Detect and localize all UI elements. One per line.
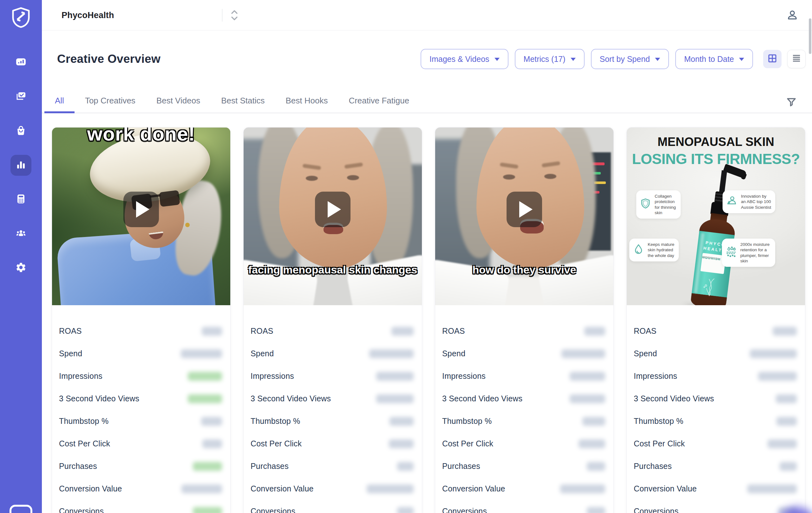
metric-label: Impressions	[634, 371, 677, 381]
metric-value-redacted	[389, 439, 414, 448]
sidebar-nav	[0, 52, 42, 292]
metric-value-redacted	[776, 394, 797, 403]
sort-dropdown[interactable]: Sort by Spend	[591, 49, 669, 69]
metric-value-redacted	[389, 417, 414, 426]
metric-row: 3 Second Video Views	[59, 388, 222, 410]
video-thumbnail[interactable]: facing menopausal skin changes	[243, 127, 422, 305]
tab-best-videos[interactable]: Best Videos	[146, 91, 211, 113]
shield-icon	[639, 198, 651, 211]
sidebar-item-reports[interactable]	[10, 86, 31, 107]
metric-row: Conversion Value	[442, 478, 605, 500]
tab-all[interactable]: All	[45, 91, 75, 113]
metric-label: Spend	[634, 349, 657, 358]
metric-value-redacted	[570, 372, 605, 381]
list-view-icon	[792, 54, 801, 64]
play-button[interactable]	[506, 192, 542, 227]
video-thumbnail[interactable]: how do they survive	[435, 127, 613, 305]
creative-card[interactable]: work done!ROASSpendImpressions3 Second V…	[52, 127, 231, 513]
people-group-icon	[15, 227, 27, 240]
thumbnail-caption: work done!	[52, 127, 230, 145]
ad-headline: MENOPAUSAL SKIN	[627, 135, 805, 149]
tab-top-creatives[interactable]: Top Creatives	[75, 91, 146, 113]
metric-value-redacted	[747, 484, 797, 493]
metric-row: Thumbstop %	[634, 410, 797, 432]
shopping-bag-icon	[15, 125, 27, 137]
metric-value-redacted	[181, 349, 222, 358]
grid-view-button[interactable]	[763, 50, 782, 68]
metric-label: Cost Per Click	[59, 439, 110, 448]
media-type-dropdown[interactable]: Images & Videos	[420, 49, 509, 69]
metric-row: Impressions	[634, 365, 797, 388]
video-thumbnail[interactable]: work done!	[52, 127, 230, 305]
metric-label: Conversions	[59, 507, 104, 513]
metric-row: Spend	[59, 342, 222, 365]
sidebar-item-creative-analytics[interactable]	[10, 155, 31, 176]
metric-row: Spend	[634, 342, 797, 365]
metric-value-redacted	[202, 327, 222, 336]
metric-row: Impressions	[442, 365, 605, 388]
topbar: PhycoHealth	[42, 0, 812, 30]
grid-view-icon	[767, 54, 777, 64]
chevron-down-icon	[739, 58, 744, 61]
metric-row: Cost Per Click	[251, 432, 414, 455]
metric-label: ROAS	[442, 326, 465, 336]
sidebar-item-calculator[interactable]	[10, 189, 31, 210]
play-icon	[519, 201, 532, 218]
filter-bar: Images & Videos Metrics (17) Sort by Spe…	[420, 49, 806, 69]
account-switcher-chevrons-icon[interactable]	[230, 8, 239, 22]
metric-label: Impressions	[251, 371, 294, 381]
tab-creative-fatigue[interactable]: Creative Fatigue	[338, 91, 419, 113]
metric-label: Spend	[251, 349, 274, 358]
sidebar-item-audience[interactable]	[10, 223, 31, 244]
thumbnail-caption: facing menopausal skin changes	[243, 264, 422, 276]
page-header: Creative Overview Images & Videos Metric…	[42, 30, 812, 69]
sidebar-item-dashboard[interactable]	[10, 52, 31, 73]
metric-value-redacted	[560, 484, 605, 493]
funnel-icon[interactable]	[786, 96, 797, 107]
metrics-list: ROASSpendImpressions3 Second Video Views…	[627, 305, 805, 513]
metric-label: Purchases	[634, 462, 672, 471]
metric-label: ROAS	[59, 326, 82, 336]
metric-row: Conversion Value	[59, 478, 222, 500]
metric-row: Conversion Value	[634, 478, 797, 500]
image-thumbnail[interactable]: MENOPAUSAL SKINLOSING ITS FIRMNESS?Colla…	[627, 127, 805, 305]
bar-chart-icon	[15, 159, 27, 172]
creative-card[interactable]: MENOPAUSAL SKINLOSING ITS FIRMNESS?Colla…	[627, 127, 805, 513]
metric-value-redacted	[392, 327, 414, 336]
date-range-dropdown[interactable]: Month to Date	[675, 49, 753, 69]
metric-value-redacted	[758, 372, 797, 381]
metric-label: Conversions	[442, 507, 487, 513]
metric-label: Purchases	[59, 462, 97, 471]
sidebar-item-shop[interactable]	[10, 120, 31, 142]
tab-best-statics[interactable]: Best Statics	[211, 91, 275, 113]
metric-value-redacted	[584, 327, 605, 336]
scrollbar-thumb[interactable]	[809, 19, 811, 54]
metric-row: Conversions	[442, 500, 605, 513]
shield-s-logo-icon	[11, 7, 30, 27]
metric-value-redacted	[777, 417, 797, 426]
metric-value-redacted	[570, 394, 605, 403]
metric-label: Spend	[59, 349, 82, 358]
metrics-dropdown[interactable]: Metrics (17)	[515, 49, 585, 69]
metric-row: Purchases	[251, 455, 414, 478]
metric-label: Impressions	[442, 371, 486, 381]
play-button[interactable]	[315, 192, 350, 227]
creative-card[interactable]: facing menopausal skin changesROASSpendI…	[243, 127, 422, 513]
creative-card[interactable]: how do they surviveROASSpendImpressions3…	[435, 127, 614, 513]
ad-callout-text: 2000x moisture retention for a plumper, …	[740, 242, 772, 264]
list-view-button[interactable]	[787, 50, 806, 68]
tab-best-hooks[interactable]: Best Hooks	[275, 91, 338, 113]
ad-callout-text: Innovation by an ABC top 100 Aussie Scie…	[741, 194, 772, 210]
sidebar-item-settings[interactable]	[10, 258, 31, 279]
metric-label: Cost Per Click	[634, 439, 685, 448]
play-button[interactable]	[123, 192, 159, 227]
metric-row: ROAS	[442, 320, 605, 342]
product-bottle: PHYCOHEALTHNOURISHMOISTURISER	[666, 161, 766, 305]
metric-row: Cost Per Click	[634, 432, 797, 455]
user-profile-icon[interactable]	[786, 9, 799, 22]
calculator-icon	[15, 193, 27, 206]
sidebar-bottom-partial-icon[interactable]	[9, 505, 32, 513]
metric-row: ROAS	[59, 320, 222, 342]
date-range-dropdown-label: Month to Date	[684, 55, 734, 64]
metric-row: Purchases	[634, 455, 797, 478]
